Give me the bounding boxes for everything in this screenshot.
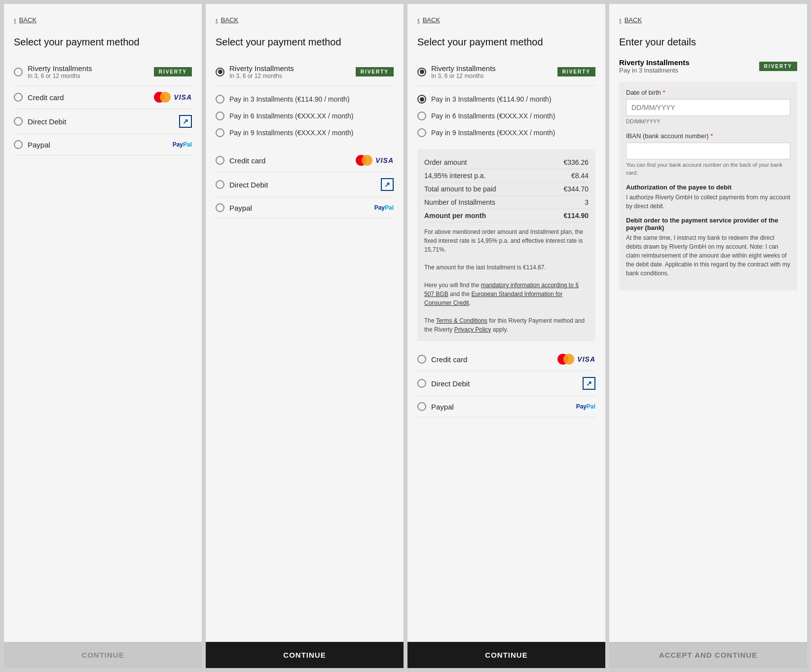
- provider-sub-4: Pay in 3 Installments: [619, 67, 690, 74]
- creditcard-icons-1: VISA: [154, 92, 192, 103]
- directdebit-icon-3: ↗: [583, 377, 595, 390]
- auth-section-4: Authorization of the payee to debit I au…: [626, 184, 790, 278]
- summary-monthly-label: Amount per month: [424, 212, 486, 220]
- auth-text-1: I authorize Riverty GmbH to collect paym…: [626, 193, 790, 211]
- riverty-sub-3: In 3, 6 or 12 months: [431, 73, 553, 79]
- installment-3-2[interactable]: Pay in 3 Installments (€114.90 / month): [216, 91, 394, 108]
- mastercard-icon-3: [557, 354, 574, 365]
- auth-title-2: Debit order to the payment service provi…: [626, 217, 790, 231]
- riverty-sub-2: In 3, 6 or 12 months: [229, 73, 351, 79]
- payment-option-directdebit-2[interactable]: Direct Debit ↗: [216, 172, 394, 197]
- paypal-label-1: Paypal: [28, 141, 168, 149]
- iban-hint: You can find your bank account number on…: [626, 161, 790, 177]
- riverty-logo-1: RIVERTY: [154, 67, 192, 76]
- continue-button-3[interactable]: CONTINUE: [407, 642, 605, 668]
- back-label-1: BACK: [19, 16, 37, 24]
- directdebit-label-3: Direct Debit: [431, 379, 578, 388]
- summary-row-order: Order amount €336.26: [424, 156, 589, 169]
- visa-icon-2: VISA: [375, 156, 394, 164]
- creditcard-icons-2: VISA: [356, 155, 394, 166]
- panel-3-title: Select your payment method: [417, 36, 595, 48]
- panel-4-footer: ACCEPT AND CONTINUE: [609, 642, 807, 668]
- summary-row-monthly: Amount per month €114.90: [424, 209, 589, 223]
- inst3-label-2: Pay in 3 Installments (€114.90 / month): [229, 95, 350, 103]
- payment-option-riverty-1[interactable]: Riverty Installments In 3, 6 or 12 month…: [14, 58, 192, 86]
- back-button-3[interactable]: ‹ BACK: [417, 16, 440, 24]
- terms-link[interactable]: Terms & Conditions: [436, 317, 487, 324]
- mastercard-icon-1: [154, 92, 171, 103]
- summary-row-interest: 14,95% interest p.a. €8.44: [424, 169, 589, 183]
- installment-3-3[interactable]: Pay in 3 Installments (€114.90 / month): [417, 91, 595, 108]
- radio-creditcard-2: [216, 156, 224, 165]
- paypal-icon-3: PayPal: [576, 403, 595, 410]
- panel-1: ‹ BACK Select your payment method Rivert…: [4, 4, 202, 668]
- iban-input[interactable]: [626, 143, 790, 159]
- radio-riverty-2: [216, 68, 224, 76]
- back-label-4: BACK: [625, 16, 642, 24]
- payment-option-riverty-3[interactable]: Riverty Installments In 3, 6 or 12 month…: [417, 58, 595, 86]
- summary-row-installments: Number of Installments 3: [424, 196, 589, 209]
- payment-option-directdebit-3[interactable]: Direct Debit ↗: [417, 371, 595, 396]
- iban-label: IBAN (bank account number) *: [626, 132, 790, 140]
- radio-inst9-3: [417, 128, 426, 137]
- provider-name-4: Riverty Installments: [619, 58, 690, 67]
- form-section-4: Date of birth * DD/MM/YYYY IBAN (bank ac…: [619, 82, 797, 291]
- inst9-label-2: Pay in 9 Installments (€XXX.XX / month): [229, 129, 353, 137]
- installment-options-3: Pay in 3 Installments (€114.90 / month) …: [417, 91, 595, 141]
- riverty-logo-4: RIVERTY: [759, 62, 797, 71]
- panel-4: ‹ BACK Enter your details Riverty Instal…: [609, 4, 807, 668]
- back-button-1[interactable]: ‹ BACK: [14, 16, 37, 24]
- payment-option-creditcard-3[interactable]: Credit card VISA: [417, 348, 595, 371]
- installment-6-2[interactable]: Pay in 6 Installments (€XXX.XX / month): [216, 108, 394, 124]
- payment-option-creditcard-1[interactable]: Credit card VISA: [14, 86, 192, 109]
- radio-paypal-3: [417, 402, 426, 411]
- directdebit-icon-1: ↗: [179, 115, 192, 128]
- mastercard-icon-2: [356, 155, 372, 166]
- back-button-4[interactable]: ‹ BACK: [619, 16, 642, 24]
- payment-option-directdebit-1[interactable]: Direct Debit ↗: [14, 109, 192, 134]
- inst6-label-2: Pay in 6 Installments (€XXX.XX / month): [229, 112, 353, 120]
- payment-option-paypal-1[interactable]: Paypal PayPal: [14, 134, 192, 155]
- summary-total-label: Total amount to be paid: [424, 185, 496, 193]
- radio-creditcard-3: [417, 355, 426, 364]
- paypal-icon-2: PayPal: [374, 204, 394, 211]
- payment-option-paypal-2[interactable]: Paypal PayPal: [216, 197, 394, 219]
- riverty-logo-2: RIVERTY: [356, 67, 394, 76]
- summary-order-value: €336.26: [563, 158, 589, 166]
- continue-button-2[interactable]: CONTINUE: [206, 642, 404, 668]
- inst6-label-3: Pay in 6 Installments (€XXX.XX / month): [431, 112, 555, 120]
- creditcard-label-2: Credit card: [229, 156, 351, 165]
- panel-3: ‹ BACK Select your payment method Rivert…: [407, 4, 605, 668]
- privacy-link[interactable]: Privacy Policy: [454, 326, 491, 333]
- radio-riverty-1: [14, 68, 23, 76]
- panel-1-footer: CONTINUE: [4, 642, 202, 668]
- panel-2: ‹ BACK Select your payment method Rivert…: [206, 4, 404, 668]
- installment-6-3[interactable]: Pay in 6 Installments (€XXX.XX / month): [417, 108, 595, 124]
- back-button-2[interactable]: ‹ BACK: [216, 16, 238, 24]
- radio-inst6-2: [216, 112, 224, 120]
- radio-riverty-3: [417, 68, 426, 76]
- panel-4-title: Enter your details: [619, 36, 797, 48]
- creditcard-label-1: Credit card: [28, 93, 149, 102]
- directdebit-label-2: Direct Debit: [229, 181, 376, 189]
- payment-option-creditcard-2[interactable]: Credit card VISA: [216, 149, 394, 172]
- installment-9-3[interactable]: Pay in 9 Installments (€XXX.XX / month): [417, 124, 595, 141]
- inst3-label-3: Pay in 3 Installments (€114.90 / month): [431, 95, 552, 103]
- continue-button-1[interactable]: CONTINUE: [4, 642, 202, 668]
- accept-continue-button-4[interactable]: ACCEPT AND CONTINUE: [609, 642, 807, 668]
- radio-paypal-1: [14, 140, 23, 149]
- paypal-icon-1: PayPal: [173, 141, 192, 148]
- dob-label: Date of birth *: [626, 89, 790, 96]
- riverty-sub-1: In 3, 6 or 12 months: [28, 73, 149, 79]
- dob-input[interactable]: [626, 99, 790, 116]
- installment-9-2[interactable]: Pay in 9 Installments (€XXX.XX / month): [216, 124, 394, 141]
- payment-option-riverty-2[interactable]: Riverty Installments In 3, 6 or 12 month…: [216, 58, 394, 86]
- payment-option-paypal-3[interactable]: Paypal PayPal: [417, 396, 595, 417]
- visa-icon-1: VISA: [174, 93, 192, 101]
- dob-placeholder-hint: DD/MM/YYYY: [626, 118, 790, 125]
- riverty-logo-3: RIVERTY: [557, 67, 595, 76]
- back-arrow-icon-4: ‹: [619, 16, 622, 24]
- panel-2-title: Select your payment method: [216, 36, 394, 48]
- summary-total-value: €344.70: [563, 185, 589, 193]
- creditcard-icons-3: VISA: [557, 354, 595, 365]
